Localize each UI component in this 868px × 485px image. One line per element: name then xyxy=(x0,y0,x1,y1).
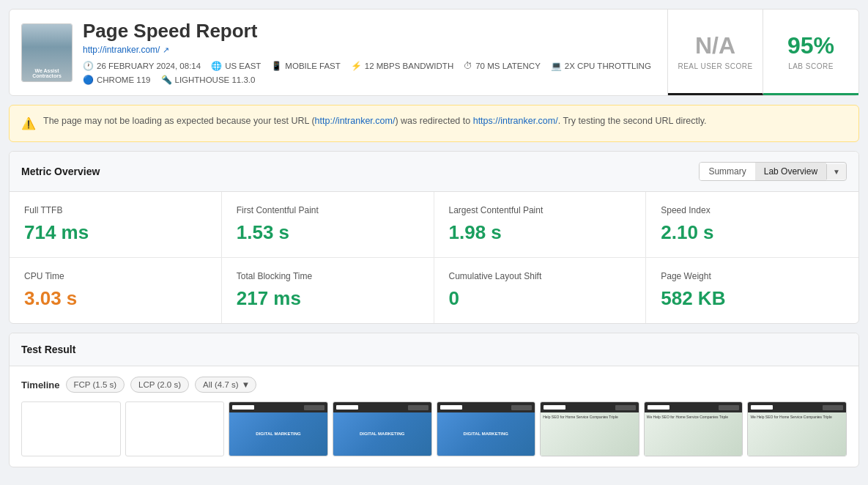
meta-location: 🌐 US EAST xyxy=(211,61,261,71)
timeline-frames: DIGITAL MARKETING DIGITAL MARKETING xyxy=(21,401,847,456)
frame-thumb: DIGITAL MARKETING xyxy=(229,401,328,456)
lab-score-value: 95% xyxy=(787,32,834,59)
real-user-score-value: N/A xyxy=(695,32,735,59)
frame-thumb: Help SEO for Home Service Companies Trip… xyxy=(540,401,639,456)
metric-cell: Cumulative Layout Shift 0 xyxy=(434,258,647,323)
location-icon: 🌐 xyxy=(211,61,222,71)
metric-name: Cumulative Layout Shift xyxy=(449,271,631,281)
metric-value: 714 ms xyxy=(24,221,207,244)
meta-row: 🕐 26 FEBRUARY 2024, 08:14 🌐 US EAST 📱 MO… xyxy=(83,61,651,71)
real-user-score-box[interactable]: N/A REAL USER SCORE xyxy=(668,10,763,95)
metric-cell: Speed Index 2.10 s xyxy=(646,192,858,258)
header-main: We Assist Contractors Page Speed Report … xyxy=(10,10,667,95)
metric-name: Full TTFB xyxy=(24,205,207,215)
metric-cell: First Contentful Paint 1.53 s xyxy=(222,192,434,258)
external-link-icon[interactable]: ↗ xyxy=(163,45,169,55)
lab-score-label: LAB SCORE xyxy=(788,62,834,70)
tab-dropdown-arrow[interactable]: ▼ xyxy=(826,164,846,179)
header-card: We Assist Contractors Page Speed Report … xyxy=(9,9,859,96)
test-result-title: Test Result xyxy=(21,344,75,355)
metric-value: 1.98 s xyxy=(449,221,631,244)
metric-value: 3.03 s xyxy=(24,287,207,310)
timeline-area: Timeline FCP (1.5 s) LCP (2.0 s) All (4.… xyxy=(10,366,858,467)
metrics-title: Metric Overview xyxy=(21,166,100,177)
header-title-row: We Assist Contractors Page Speed Report … xyxy=(21,20,656,85)
metric-value: 2.10 s xyxy=(661,221,844,244)
site-thumbnail: We Assist Contractors xyxy=(21,23,73,82)
lab-score-box[interactable]: 95% LAB SCORE xyxy=(763,10,858,95)
metric-value: 217 ms xyxy=(237,287,419,310)
metrics-tab-group: Summary Lab Overview ▼ xyxy=(699,162,847,181)
mobile-icon: 📱 xyxy=(271,61,282,71)
metric-value: 1.53 s xyxy=(237,221,419,244)
report-title: Page Speed Report xyxy=(83,20,651,42)
metric-cell: CPU Time 3.03 s xyxy=(10,258,222,323)
test-result-header: Test Result xyxy=(10,333,858,366)
test-result-section: Test Result Timeline FCP (1.5 s) LCP (2.… xyxy=(9,333,859,467)
timeline-chip-fcp[interactable]: FCP (1.5 s) xyxy=(66,377,125,393)
lighthouse-icon: 🔦 xyxy=(161,75,172,85)
warning-link2[interactable]: https://intranker.com/ xyxy=(473,116,558,126)
timeline-label: Timeline xyxy=(21,380,60,390)
header-info: Page Speed Report http://intranker.com/ … xyxy=(83,20,651,85)
metric-name: Page Weight xyxy=(661,271,844,281)
meta-date: 🕐 26 FEBRUARY 2024, 08:14 xyxy=(83,61,201,71)
metric-name: CPU Time xyxy=(24,271,207,281)
metric-name: Speed Index xyxy=(661,205,844,215)
warning-text: The page may not be loading as expected … xyxy=(43,114,707,128)
meta-row2: 🔵 CHROME 119 🔦 LIGHTHOUSE 11.3.0 xyxy=(83,75,651,85)
metric-name: Total Blocking Time xyxy=(237,271,419,281)
metric-cell: Largest Contentful Paint 1.98 s xyxy=(434,192,647,258)
tab-summary[interactable]: Summary xyxy=(700,163,754,180)
real-user-score-label: REAL USER SCORE xyxy=(678,62,752,70)
metrics-section: Metric Overview Summary Lab Overview ▼ F… xyxy=(9,151,859,324)
frame-thumb: We Help SEO for Home Service Companies T… xyxy=(747,401,847,456)
metric-name: First Contentful Paint xyxy=(237,205,419,215)
metric-cell: Total Blocking Time 217 ms xyxy=(222,258,434,323)
warning-link1[interactable]: http://intranker.com/ xyxy=(315,116,396,126)
browser-icon: 🔵 xyxy=(83,75,94,85)
warning-bar: ⚠️ The page may not be loading as expect… xyxy=(9,105,859,142)
frame-thumb: DIGITAL MARKETING xyxy=(437,401,536,456)
report-url: http://intranker.com/ ↗ xyxy=(83,45,651,55)
warning-icon: ⚠️ xyxy=(21,115,36,133)
meta-latency: ⏱ 70 MS LATENCY xyxy=(464,61,541,71)
meta-bandwidth: ⚡ 12 MBPS BANDWIDTH xyxy=(351,61,453,71)
frame-thumb xyxy=(21,401,121,456)
bandwidth-icon: ⚡ xyxy=(351,61,362,71)
dropdown-arrow-icon: ▼ xyxy=(242,380,250,389)
frame-thumb: DIGITAL MARKETING xyxy=(333,401,432,456)
tab-lab-overview[interactable]: Lab Overview xyxy=(755,163,826,180)
metric-value: 0 xyxy=(449,287,631,310)
meta-mobile: 📱 MOBILE FAST xyxy=(271,61,340,71)
meta-cpu: 💻 2X CPU THROTTLING xyxy=(551,61,651,71)
meta-browser: 🔵 CHROME 119 xyxy=(83,75,151,85)
frame-thumb xyxy=(125,401,225,456)
metric-name: Largest Contentful Paint xyxy=(449,205,631,215)
cpu-icon: 💻 xyxy=(551,61,562,71)
timeline-chip-lcp[interactable]: LCP (2.0 s) xyxy=(130,377,189,393)
metrics-header: Metric Overview Summary Lab Overview ▼ xyxy=(10,152,858,192)
clock-icon: 🕐 xyxy=(83,61,94,71)
score-boxes: N/A REAL USER SCORE 95% LAB SCORE xyxy=(667,10,858,95)
metric-value: 582 KB xyxy=(661,287,844,310)
meta-lighthouse: 🔦 LIGHTHOUSE 11.3.0 xyxy=(161,75,256,85)
frame-thumb: We Help SEO for Home Service Companies T… xyxy=(644,401,743,456)
latency-icon: ⏱ xyxy=(464,61,472,71)
metric-cell: Full TTFB 714 ms xyxy=(10,192,222,258)
metric-cell: Page Weight 582 KB xyxy=(646,258,858,323)
metrics-grid: Full TTFB 714 ms First Contentful Paint … xyxy=(10,192,858,323)
timeline-chip-all[interactable]: All (4.7 s) ▼ xyxy=(195,377,256,393)
timeline-controls: Timeline FCP (1.5 s) LCP (2.0 s) All (4.… xyxy=(21,377,847,393)
